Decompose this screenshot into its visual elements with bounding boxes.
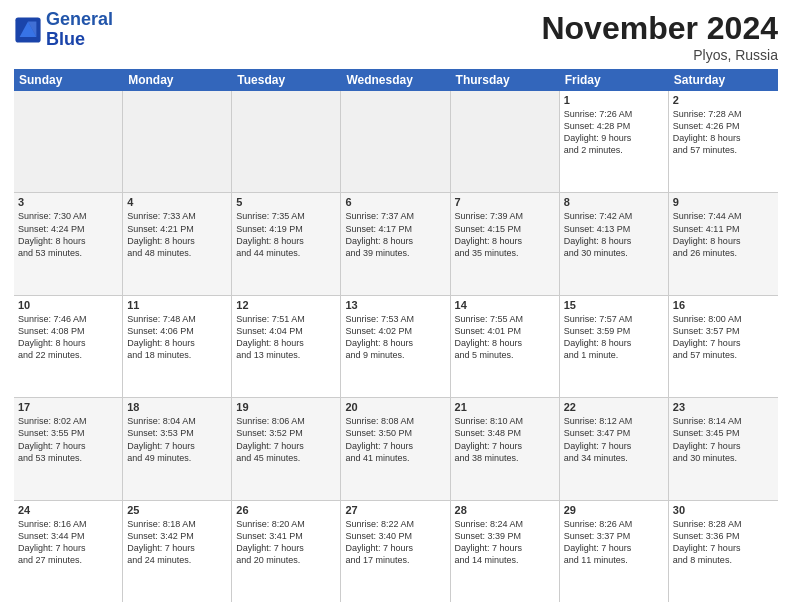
header-day-sunday: Sunday — [14, 69, 123, 91]
calendar-cell: 29Sunrise: 8:26 AM Sunset: 3:37 PM Dayli… — [560, 501, 669, 602]
day-number: 3 — [18, 196, 118, 208]
cell-info: Sunrise: 8:12 AM Sunset: 3:47 PM Dayligh… — [564, 415, 664, 464]
calendar-week-1: 1Sunrise: 7:26 AM Sunset: 4:28 PM Daylig… — [14, 91, 778, 193]
calendar-cell: 13Sunrise: 7:53 AM Sunset: 4:02 PM Dayli… — [341, 296, 450, 397]
calendar-cell: 9Sunrise: 7:44 AM Sunset: 4:11 PM Daylig… — [669, 193, 778, 294]
cell-info: Sunrise: 8:28 AM Sunset: 3:36 PM Dayligh… — [673, 518, 774, 567]
day-number: 16 — [673, 299, 774, 311]
cell-info: Sunrise: 8:26 AM Sunset: 3:37 PM Dayligh… — [564, 518, 664, 567]
cell-info: Sunrise: 8:18 AM Sunset: 3:42 PM Dayligh… — [127, 518, 227, 567]
day-number: 29 — [564, 504, 664, 516]
calendar-cell: 24Sunrise: 8:16 AM Sunset: 3:44 PM Dayli… — [14, 501, 123, 602]
calendar-cell: 11Sunrise: 7:48 AM Sunset: 4:06 PM Dayli… — [123, 296, 232, 397]
calendar-cell: 2Sunrise: 7:28 AM Sunset: 4:26 PM Daylig… — [669, 91, 778, 192]
calendar: SundayMondayTuesdayWednesdayThursdayFrid… — [14, 69, 778, 602]
calendar-cell: 25Sunrise: 8:18 AM Sunset: 3:42 PM Dayli… — [123, 501, 232, 602]
day-number: 2 — [673, 94, 774, 106]
logo: General Blue — [14, 10, 113, 50]
cell-info: Sunrise: 8:24 AM Sunset: 3:39 PM Dayligh… — [455, 518, 555, 567]
calendar-cell: 3Sunrise: 7:30 AM Sunset: 4:24 PM Daylig… — [14, 193, 123, 294]
day-number: 21 — [455, 401, 555, 413]
day-number: 13 — [345, 299, 445, 311]
calendar-cell: 17Sunrise: 8:02 AM Sunset: 3:55 PM Dayli… — [14, 398, 123, 499]
calendar-cell: 21Sunrise: 8:10 AM Sunset: 3:48 PM Dayli… — [451, 398, 560, 499]
cell-info: Sunrise: 7:46 AM Sunset: 4:08 PM Dayligh… — [18, 313, 118, 362]
calendar-cell: 18Sunrise: 8:04 AM Sunset: 3:53 PM Dayli… — [123, 398, 232, 499]
day-number: 20 — [345, 401, 445, 413]
calendar-cell: 19Sunrise: 8:06 AM Sunset: 3:52 PM Dayli… — [232, 398, 341, 499]
day-number: 18 — [127, 401, 227, 413]
cell-info: Sunrise: 8:16 AM Sunset: 3:44 PM Dayligh… — [18, 518, 118, 567]
day-number: 14 — [455, 299, 555, 311]
cell-info: Sunrise: 7:51 AM Sunset: 4:04 PM Dayligh… — [236, 313, 336, 362]
day-number: 23 — [673, 401, 774, 413]
calendar-cell: 16Sunrise: 8:00 AM Sunset: 3:57 PM Dayli… — [669, 296, 778, 397]
cell-info: Sunrise: 8:08 AM Sunset: 3:50 PM Dayligh… — [345, 415, 445, 464]
day-number: 10 — [18, 299, 118, 311]
calendar-week-2: 3Sunrise: 7:30 AM Sunset: 4:24 PM Daylig… — [14, 193, 778, 295]
calendar-cell — [14, 91, 123, 192]
day-number: 26 — [236, 504, 336, 516]
day-number: 15 — [564, 299, 664, 311]
cell-info: Sunrise: 7:39 AM Sunset: 4:15 PM Dayligh… — [455, 210, 555, 259]
header-day-friday: Friday — [560, 69, 669, 91]
cell-info: Sunrise: 7:53 AM Sunset: 4:02 PM Dayligh… — [345, 313, 445, 362]
calendar-body: 1Sunrise: 7:26 AM Sunset: 4:28 PM Daylig… — [14, 91, 778, 602]
day-number: 25 — [127, 504, 227, 516]
day-number: 6 — [345, 196, 445, 208]
logo-text: General Blue — [46, 10, 113, 50]
calendar-cell — [341, 91, 450, 192]
day-number: 30 — [673, 504, 774, 516]
cell-info: Sunrise: 7:48 AM Sunset: 4:06 PM Dayligh… — [127, 313, 227, 362]
header-day-monday: Monday — [123, 69, 232, 91]
cell-info: Sunrise: 8:20 AM Sunset: 3:41 PM Dayligh… — [236, 518, 336, 567]
cell-info: Sunrise: 7:55 AM Sunset: 4:01 PM Dayligh… — [455, 313, 555, 362]
header: General Blue November 2024 Plyos, Russia — [14, 10, 778, 63]
day-number: 11 — [127, 299, 227, 311]
calendar-cell: 22Sunrise: 8:12 AM Sunset: 3:47 PM Dayli… — [560, 398, 669, 499]
logo-line1: General — [46, 10, 113, 30]
day-number: 28 — [455, 504, 555, 516]
logo-icon — [14, 16, 42, 44]
title-block: November 2024 Plyos, Russia — [541, 10, 778, 63]
header-day-wednesday: Wednesday — [341, 69, 450, 91]
cell-info: Sunrise: 7:28 AM Sunset: 4:26 PM Dayligh… — [673, 108, 774, 157]
day-number: 19 — [236, 401, 336, 413]
calendar-cell: 4Sunrise: 7:33 AM Sunset: 4:21 PM Daylig… — [123, 193, 232, 294]
logo-line2: Blue — [46, 29, 85, 49]
cell-info: Sunrise: 7:37 AM Sunset: 4:17 PM Dayligh… — [345, 210, 445, 259]
day-number: 1 — [564, 94, 664, 106]
calendar-cell: 10Sunrise: 7:46 AM Sunset: 4:08 PM Dayli… — [14, 296, 123, 397]
calendar-cell: 5Sunrise: 7:35 AM Sunset: 4:19 PM Daylig… — [232, 193, 341, 294]
cell-info: Sunrise: 7:44 AM Sunset: 4:11 PM Dayligh… — [673, 210, 774, 259]
day-number: 17 — [18, 401, 118, 413]
calendar-week-4: 17Sunrise: 8:02 AM Sunset: 3:55 PM Dayli… — [14, 398, 778, 500]
calendar-cell — [232, 91, 341, 192]
calendar-cell: 26Sunrise: 8:20 AM Sunset: 3:41 PM Dayli… — [232, 501, 341, 602]
calendar-cell: 1Sunrise: 7:26 AM Sunset: 4:28 PM Daylig… — [560, 91, 669, 192]
cell-info: Sunrise: 7:33 AM Sunset: 4:21 PM Dayligh… — [127, 210, 227, 259]
calendar-cell: 8Sunrise: 7:42 AM Sunset: 4:13 PM Daylig… — [560, 193, 669, 294]
calendar-cell: 27Sunrise: 8:22 AM Sunset: 3:40 PM Dayli… — [341, 501, 450, 602]
cell-info: Sunrise: 8:14 AM Sunset: 3:45 PM Dayligh… — [673, 415, 774, 464]
cell-info: Sunrise: 8:06 AM Sunset: 3:52 PM Dayligh… — [236, 415, 336, 464]
calendar-cell: 30Sunrise: 8:28 AM Sunset: 3:36 PM Dayli… — [669, 501, 778, 602]
cell-info: Sunrise: 7:26 AM Sunset: 4:28 PM Dayligh… — [564, 108, 664, 157]
cell-info: Sunrise: 7:30 AM Sunset: 4:24 PM Dayligh… — [18, 210, 118, 259]
day-number: 12 — [236, 299, 336, 311]
day-number: 8 — [564, 196, 664, 208]
day-number: 22 — [564, 401, 664, 413]
month-title: November 2024 — [541, 10, 778, 47]
cell-info: Sunrise: 8:22 AM Sunset: 3:40 PM Dayligh… — [345, 518, 445, 567]
calendar-cell: 12Sunrise: 7:51 AM Sunset: 4:04 PM Dayli… — [232, 296, 341, 397]
calendar-header: SundayMondayTuesdayWednesdayThursdayFrid… — [14, 69, 778, 91]
day-number: 9 — [673, 196, 774, 208]
day-number: 5 — [236, 196, 336, 208]
calendar-cell: 23Sunrise: 8:14 AM Sunset: 3:45 PM Dayli… — [669, 398, 778, 499]
calendar-week-5: 24Sunrise: 8:16 AM Sunset: 3:44 PM Dayli… — [14, 501, 778, 602]
location: Plyos, Russia — [541, 47, 778, 63]
calendar-cell — [451, 91, 560, 192]
calendar-cell: 6Sunrise: 7:37 AM Sunset: 4:17 PM Daylig… — [341, 193, 450, 294]
calendar-cell: 7Sunrise: 7:39 AM Sunset: 4:15 PM Daylig… — [451, 193, 560, 294]
day-number: 7 — [455, 196, 555, 208]
